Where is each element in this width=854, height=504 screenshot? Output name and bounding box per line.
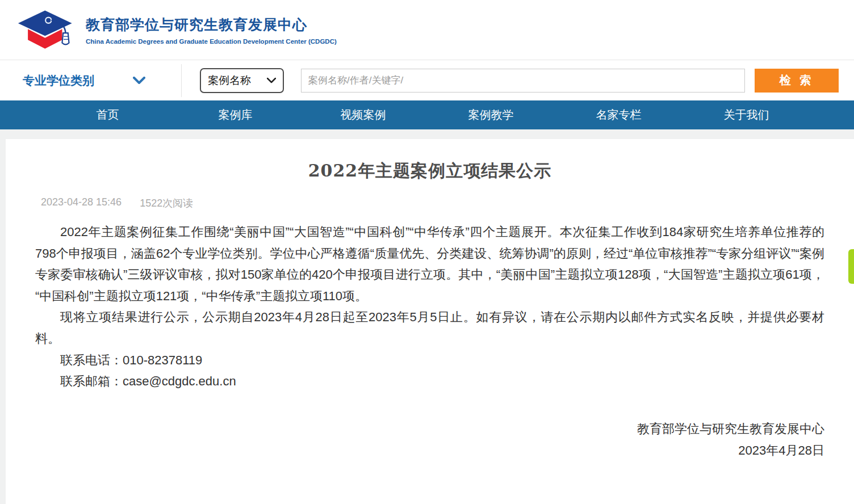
article-paragraph: 2022年主题案例征集工作围绕“美丽中国”“大国智造”“中国科创”“中华传承”四… [35,221,824,306]
article-paragraph: 现将立项结果进行公示，公示期自2023年4月28日起至2023年5月5日止。如有… [35,306,824,349]
main-nav: 首页 案例库 视频案例 案例教学 名家专栏 关于我们 [0,100,854,129]
nav-item-case-library[interactable]: 案例库 [171,100,299,129]
org-subtitle: China Academic Degrees and Graduate Educ… [86,38,337,45]
site-logo[interactable]: 教育部学位与研究生教育发展中心 China Academic Degrees a… [14,5,337,55]
org-text-block: 教育部学位与研究生教育发展中心 China Academic Degrees a… [86,15,337,45]
category-dropdown-label: 专业学位类别 [23,73,94,89]
org-title: 教育部学位与研究生教育发展中心 [86,15,337,34]
category-dropdown[interactable]: 专业学位类别 [0,64,182,97]
search-input[interactable] [301,69,745,93]
chevron-down-icon [267,78,276,83]
article-meta: 2023-04-28 15:46 1522次阅读 [35,196,824,210]
article-card: 2022年主题案例立项结果公示 2023-04-28 15:46 1522次阅读… [6,139,854,504]
content-area: 2022年主题案例立项结果公示 2023-04-28 15:46 1522次阅读… [0,129,854,504]
nav-item-about-us[interactable]: 关于我们 [683,100,810,129]
nav-item-case-teaching[interactable]: 案例教学 [427,100,555,129]
article-date: 2023-04-28 15:46 [41,196,122,210]
search-field-select[interactable]: 案例名称 [200,68,284,93]
search-bar: 专业学位类别 案例名称 检 索 [0,60,854,100]
scrollbar-thumb[interactable] [848,249,854,284]
signature-date: 2023年4月28日 [35,440,824,461]
nav-item-expert-column[interactable]: 名家专栏 [555,100,683,129]
nav-item-home[interactable]: 首页 [44,100,171,129]
nav-container: 首页 案例库 视频案例 案例教学 名家专栏 关于我们 [44,100,810,129]
signature-org: 教育部学位与研究生教育发展中心 [35,418,824,440]
article-title: 2022年主题案例立项结果公示 [35,159,824,183]
contact-email: 联系邮箱：case@cdgdc.edu.cn [35,371,824,392]
signature-block: 教育部学位与研究生教育发展中心 2023年4月28日 [35,418,824,461]
search-field-select-value: 案例名称 [208,73,251,88]
graduation-cap-icon [14,5,78,55]
nav-item-video-cases[interactable]: 视频案例 [299,100,427,129]
article-read-count: 1522次阅读 [140,196,193,210]
site-header: 教育部学位与研究生教育发展中心 China Academic Degrees a… [0,0,854,60]
chevron-down-icon [133,77,145,85]
search-button[interactable]: 检 索 [755,69,839,93]
contact-phone: 联系电话：010-82378119 [35,350,824,371]
